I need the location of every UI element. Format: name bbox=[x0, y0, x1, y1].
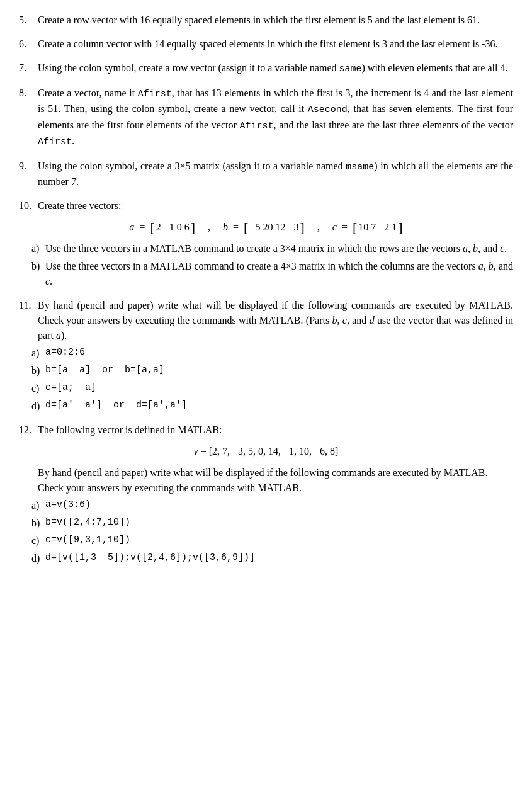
problem-12c-text: c=v([9,3,1,10]) bbox=[45, 533, 513, 548]
problem-9-number: 9. bbox=[19, 159, 38, 174]
matrix-b-values: −5 20 12 −3 bbox=[248, 220, 300, 235]
bracket-left-b: [ bbox=[244, 220, 248, 234]
problem-8: 8. Create a vector, name it Afirst, that… bbox=[19, 86, 513, 150]
bracket-right-a: ] bbox=[191, 220, 195, 234]
problem-12b: b) b=v([2,4:7,10]) bbox=[31, 516, 513, 531]
problem-5-number: 5. bbox=[19, 13, 38, 28]
problem-10b-label: b) bbox=[31, 259, 45, 274]
vector-a-eq: a = [ 2 −1 0 6 ] bbox=[129, 220, 195, 235]
problem-11b: b) b=[a a] or b=[a,a] bbox=[31, 363, 513, 378]
problem-12-body-text: By hand (pencil and paper) write what wi… bbox=[38, 467, 487, 493]
matrix-a-values: 2 −1 0 6 bbox=[155, 220, 191, 235]
problem-12d-label: d) bbox=[31, 551, 45, 566]
problem-5-text: Create a row vector with 16 equally spac… bbox=[38, 13, 513, 28]
matrix-a: [ 2 −1 0 6 ] bbox=[150, 220, 195, 235]
problem-11c-text: c=[a; a] bbox=[45, 381, 513, 395]
vector-b-eq: b = [ −5 20 12 −3 ] bbox=[223, 220, 305, 235]
problem-11b-text: b=[a a] or b=[a,a] bbox=[45, 363, 513, 378]
problem-10a-text: Use the three vectors in a MATLAB comman… bbox=[45, 241, 513, 256]
problem-11d-text: d=[a' a'] or d=[a',a'] bbox=[45, 399, 513, 413]
problem-10b-text: Use the three vectors in a MATLAB comman… bbox=[45, 259, 513, 289]
problem-7: 7. Using the colon symbol, create a row … bbox=[19, 60, 513, 77]
problem-12b-text: b=v([2,4:7,10]) bbox=[45, 516, 513, 530]
problem-12c-label: c) bbox=[31, 533, 45, 548]
problem-10a: a) Use the three vectors in a MATLAB com… bbox=[31, 241, 513, 256]
problem-11-number: 11. bbox=[19, 298, 38, 313]
matrix-c: [ 10 7 −2 1 ] bbox=[353, 220, 403, 235]
problem-6-text: Create a column vector with 14 equally s… bbox=[38, 37, 513, 52]
problem-11a: a) a=0:2:6 bbox=[31, 346, 513, 361]
bracket-left-c: [ bbox=[353, 220, 357, 234]
problem-10-text: Create three vectors: bbox=[38, 198, 513, 213]
problem-11d-label: d) bbox=[31, 399, 45, 414]
problem-7-text: Using the colon symbol, create a row vec… bbox=[38, 60, 513, 77]
problem-12d-text: d=[v([1,3 5]);v([2,4,6]);v([3,6,9])] bbox=[45, 551, 513, 565]
problem-5: 5. Create a row vector with 16 equally s… bbox=[19, 13, 513, 28]
problem-6-number: 6. bbox=[19, 37, 38, 52]
problem-12: 12. The following vector is defined in M… bbox=[19, 423, 513, 566]
vector-equations: a = [ 2 −1 0 6 ] , b = [ −5 20 12 −3 ] ,… bbox=[19, 220, 513, 235]
comma-separator-1: , bbox=[208, 220, 210, 235]
problem-10b: b) Use the three vectors in a MATLAB com… bbox=[31, 259, 513, 289]
bracket-right-b: ] bbox=[300, 220, 304, 234]
problem-8-text: Create a vector, name it Afirst, that ha… bbox=[38, 86, 513, 150]
problem-12a: a) a=v(3:6) bbox=[31, 498, 513, 513]
problem-11a-text: a=0:2:6 bbox=[45, 346, 513, 360]
problem-12-body: By hand (pencil and paper) write what wi… bbox=[38, 465, 513, 496]
problem-12-vector-def: v = [2, 7, −3, 5, 0, 14, −1, 10, −6, 8] bbox=[19, 444, 513, 459]
problem-12d: d) d=[v([1,3 5]);v([2,4,6]);v([3,6,9])] bbox=[31, 551, 513, 566]
main-content: 5. Create a row vector with 16 equally s… bbox=[19, 13, 513, 566]
problem-8-number: 8. bbox=[19, 86, 38, 101]
comma-separator-2: , bbox=[317, 220, 320, 235]
problem-11d: d) d=[a' a'] or d=[a',a'] bbox=[31, 399, 513, 414]
problem-9: 9. Using the colon symbol, create a 3×5 … bbox=[19, 159, 513, 190]
matrix-c-values: 10 7 −2 1 bbox=[357, 220, 398, 235]
problem-12a-text: a=v(3:6) bbox=[45, 498, 513, 513]
bracket-right-c: ] bbox=[398, 220, 402, 234]
problem-10: 10. Create three vectors: a = [ 2 −1 0 6… bbox=[19, 198, 513, 289]
problem-10a-label: a) bbox=[31, 241, 45, 256]
problem-11a-label: a) bbox=[31, 346, 45, 361]
problem-11c: c) c=[a; a] bbox=[31, 381, 513, 396]
problem-12-intro: The following vector is defined in MATLA… bbox=[38, 423, 513, 438]
vector-c-eq: c = [ 10 7 −2 1 ] bbox=[332, 220, 403, 235]
problem-11b-label: b) bbox=[31, 363, 45, 378]
problem-9-text: Using the colon symbol, create a 3×5 mat… bbox=[38, 159, 513, 190]
problem-12c: c) c=v([9,3,1,10]) bbox=[31, 533, 513, 548]
matrix-b: [ −5 20 12 −3 ] bbox=[244, 220, 305, 235]
problem-12a-label: a) bbox=[31, 498, 45, 513]
problem-11-text: By hand (pencil and paper) write what wi… bbox=[38, 298, 513, 343]
problem-12b-label: b) bbox=[31, 516, 45, 531]
problem-7-number: 7. bbox=[19, 60, 38, 76]
problem-10-number: 10. bbox=[19, 198, 38, 213]
problem-12-number: 12. bbox=[19, 423, 38, 438]
problem-11: 11. By hand (pencil and paper) write wha… bbox=[19, 298, 513, 414]
problem-11c-label: c) bbox=[31, 381, 45, 396]
problem-6: 6. Create a column vector with 14 equall… bbox=[19, 37, 513, 52]
bracket-left-a: [ bbox=[150, 220, 154, 234]
